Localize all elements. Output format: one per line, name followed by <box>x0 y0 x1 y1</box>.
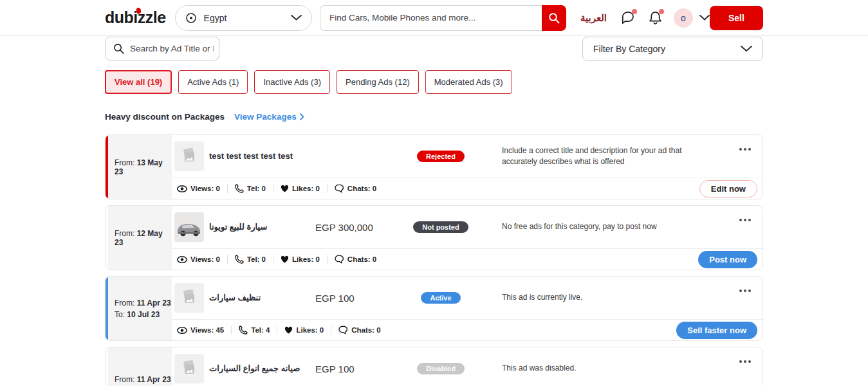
user-avatar[interactable]: o <box>674 8 693 28</box>
ad-status-description: This ad is currently live. <box>502 292 582 303</box>
my-ads-list: From: 13 May 23 test test test test test… <box>0 134 868 386</box>
heart-icon <box>281 185 289 192</box>
status-filter-chip[interactable]: Active Ads (1) <box>178 70 248 94</box>
ad-stat: Likes: 0 <box>277 326 331 334</box>
more-options-button[interactable] <box>737 145 753 153</box>
notification-dot <box>659 9 664 14</box>
ad-price: EGP 100 <box>315 363 402 374</box>
ad-status-badge: Rejected <box>417 151 465 162</box>
ad-card: From: 11 Apr 23 صيانه جميع انواع السيارا… <box>105 347 763 386</box>
ad-title: تنظيف سيارات <box>209 293 315 304</box>
ad-status-badge: Active <box>421 292 460 304</box>
status-filter-chip[interactable]: Pending Ads (12) <box>337 70 419 94</box>
promo-text: Heavy discount on Packages <box>105 112 225 122</box>
ad-stat: Chats: 0 <box>327 255 383 264</box>
ad-card: From: 11 Apr 23 To: 10 Jul 23 تنظيف سيار… <box>105 276 763 341</box>
ad-stat: Tel: 0 <box>227 255 273 264</box>
heart-icon <box>281 255 289 263</box>
search-icon <box>548 12 560 24</box>
ad-thumbnail <box>174 354 204 383</box>
top-header: dubizzle Egypt العربية o Sell <box>0 0 868 36</box>
language-switch-link[interactable]: العربية <box>580 12 607 24</box>
chevron-right-icon <box>300 113 304 120</box>
ad-thumbnail <box>174 142 204 171</box>
packages-promo-row: Heavy discount on Packages View Packages <box>0 112 868 122</box>
phone-icon <box>239 326 248 335</box>
search-icon <box>113 43 124 54</box>
ad-stat: Views: 0 <box>174 255 227 263</box>
ad-stat: Tel: 4 <box>231 326 277 335</box>
more-options-button[interactable] <box>737 287 753 295</box>
ad-date-panel: From: 11 Apr 23 <box>108 347 172 386</box>
ad-to-date: To: 10 Jul 23 <box>115 310 172 319</box>
ad-thumbnail <box>174 212 204 242</box>
chevron-down-icon <box>291 15 302 21</box>
notifications-button[interactable] <box>649 10 662 25</box>
ad-title: test test test test test <box>209 151 315 162</box>
ad-stats-row: Views: 45 Tel: 4 Likes: 0 Chats: 0 <box>174 326 388 335</box>
chat-icon <box>335 184 344 193</box>
ad-action-button[interactable]: Edit now <box>699 180 757 198</box>
ad-stat: Views: 0 <box>174 185 227 192</box>
ad-title: سيارة للبيع تويوتا <box>209 222 315 233</box>
ad-card: From: 12 May 23 سيارة للبيع تويوتا EGP 3… <box>105 205 763 270</box>
ads-toolbar: Filter By Category <box>0 37 868 61</box>
location-selector[interactable]: Egypt <box>175 5 312 31</box>
ad-card: From: 13 May 23 test test test test test… <box>105 134 763 199</box>
ad-from-date: From: 11 Apr 23 <box>115 375 172 384</box>
global-search-input[interactable] <box>320 5 542 31</box>
ad-date-panel: From: 13 May 23 <box>108 135 172 199</box>
chat-icon <box>335 255 344 264</box>
ad-stat: Tel: 0 <box>227 184 273 193</box>
status-filter-chip[interactable]: Moderated Ads (3) <box>425 70 512 94</box>
ad-from-date: From: 13 May 23 <box>115 158 172 176</box>
ad-price: EGP 300,000 <box>315 222 402 233</box>
more-options-button[interactable] <box>737 216 753 224</box>
chat-icon <box>338 326 348 335</box>
location-label: Egypt <box>204 13 284 23</box>
global-search <box>320 5 566 31</box>
ad-thumbnail <box>174 283 204 313</box>
eye-icon <box>177 256 187 263</box>
ad-action-button[interactable]: Post now <box>698 251 757 268</box>
ad-stats-row: Views: 0 Tel: 0 Likes: 0 Chats: 0 <box>174 255 383 264</box>
heart-icon <box>284 326 293 334</box>
status-filter-row: View all (19) Active Ads (1) Inactive Ad… <box>0 70 868 94</box>
ad-date-panel: From: 11 Apr 23 To: 10 Jul 23 <box>108 277 172 340</box>
location-pin-icon <box>185 12 197 24</box>
sell-button[interactable]: Sell <box>710 6 763 30</box>
chat-notification-dot <box>632 9 637 14</box>
ad-status-badge: Disabled <box>417 363 465 374</box>
ad-status-description: Include a correct title and description … <box>502 145 709 168</box>
ad-search-box <box>105 37 219 60</box>
ad-search-input[interactable] <box>130 44 214 53</box>
chevron-down-icon <box>741 46 752 52</box>
status-filter-chip[interactable]: View all (19) <box>105 70 172 94</box>
ad-from-date: From: 12 May 23 <box>115 229 172 247</box>
ad-price: EGP 100 <box>315 293 402 304</box>
ad-stat: Likes: 0 <box>273 185 327 192</box>
status-filter-chip[interactable]: Inactive Ads (3) <box>254 70 330 94</box>
ad-date-panel: From: 12 May 23 <box>108 206 172 270</box>
profile-menu-chevron-icon[interactable] <box>699 15 710 21</box>
category-filter-dropdown[interactable]: Filter By Category <box>582 37 763 61</box>
ad-stat: Views: 45 <box>174 326 231 334</box>
search-button[interactable] <box>542 5 566 31</box>
ad-title: صيانه جميع انواع السيارات <box>209 363 315 374</box>
phone-icon <box>235 255 244 264</box>
ad-status-description: This ad was disabled. <box>502 363 576 374</box>
ad-stats-row: Views: 0 Tel: 0 Likes: 0 Chats: 0 <box>174 184 383 193</box>
eye-icon <box>177 327 187 334</box>
phone-icon <box>235 184 244 193</box>
ad-status-badge: Not posted <box>413 221 468 233</box>
more-options-button[interactable] <box>737 358 753 365</box>
dubizzle-logo[interactable]: dubizzle <box>105 8 166 27</box>
ad-status-description: No free ads for this category, pay to po… <box>502 221 657 232</box>
ad-stat: Chats: 0 <box>331 326 387 335</box>
ad-from-date: From: 11 Apr 23 <box>115 299 172 308</box>
eye-icon <box>177 185 187 192</box>
ad-stat: Likes: 0 <box>273 255 327 263</box>
view-packages-link[interactable]: View Packages <box>234 112 304 122</box>
ad-action-button[interactable]: Sell faster now <box>676 322 757 339</box>
chat-button[interactable] <box>620 10 635 25</box>
